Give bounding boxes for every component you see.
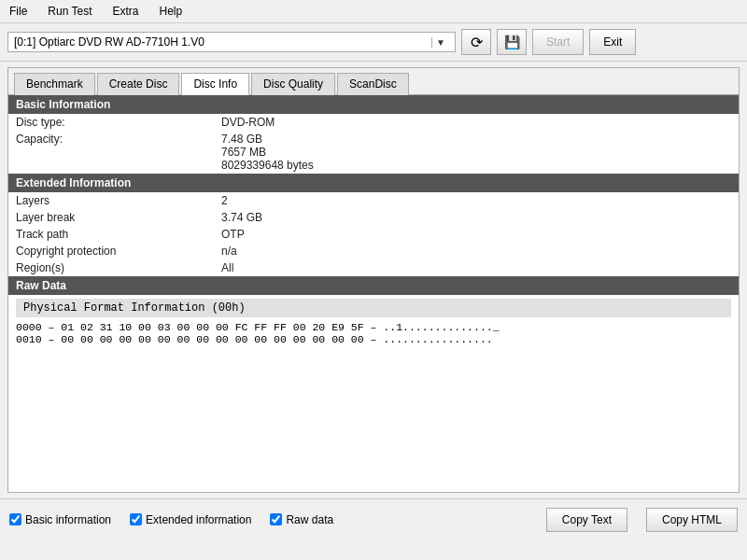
tab-benchmark[interactable]: Benchmark <box>14 73 95 95</box>
extended-info-checkbox[interactable] <box>130 513 142 525</box>
save-icon: 💾 <box>504 35 520 49</box>
tab-disc-info[interactable]: Disc Info <box>181 73 249 95</box>
disc-type-value: DVD-ROM <box>221 116 275 129</box>
raw-data-checkbox-text: Raw data <box>286 513 333 526</box>
layers-value: 2 <box>221 194 228 207</box>
extended-info-checkbox-text: Extended information <box>146 513 251 526</box>
toolbar: [0:1] Optiarc DVD RW AD-7710H 1.V0 ▼ ⟳ 💾… <box>0 23 747 62</box>
chevron-down-icon: ▼ <box>431 37 449 48</box>
tab-disc-quality[interactable]: Disc Quality <box>251 73 335 95</box>
track-path-value: OTP <box>221 228 245 241</box>
tab-create-disc[interactable]: Create Disc <box>97 73 180 95</box>
start-button[interactable]: Start <box>532 29 584 55</box>
capacity-values: 7.48 GB 7657 MB 8029339648 bytes <box>221 133 314 172</box>
disc-type-label: Disc type: <box>16 116 221 129</box>
copy-text-button[interactable]: Copy Text <box>546 508 627 532</box>
raw-data-checkbox-label[interactable]: Raw data <box>270 513 333 526</box>
copy-html-button[interactable]: Copy HTML <box>646 508 738 532</box>
basic-info-header: Basic Information <box>8 95 739 114</box>
raw-data-content: Physical Format Information (00h) 0000 –… <box>8 295 739 349</box>
exit-button[interactable]: Exit <box>589 29 636 55</box>
raw-data-header: Raw Data <box>8 276 739 295</box>
regions-row: Region(s) All <box>8 259 739 276</box>
menubar: File Run Test Extra Help <box>0 0 747 23</box>
extended-info-checkbox-label[interactable]: Extended information <box>130 513 251 526</box>
capacity-label: Capacity: <box>16 133 221 146</box>
copyright-label: Copyright protection <box>16 245 221 258</box>
physical-format-label: Physical Format Information (00h) <box>16 299 731 317</box>
track-path-row: Track path OTP <box>8 226 739 243</box>
tab-scan-disc[interactable]: ScanDisc <box>337 73 409 95</box>
hex-line-1: 0000 – 01 02 31 10 00 03 00 00 00 FC FF … <box>16 321 731 333</box>
menu-file[interactable]: File <box>4 3 33 20</box>
capacity-gb: 7.48 GB <box>221 133 314 146</box>
disc-type-row: Disc type: DVD-ROM <box>8 114 739 131</box>
refresh-icon: ⟳ <box>471 34 483 51</box>
drive-selector[interactable]: [0:1] Optiarc DVD RW AD-7710H 1.V0 ▼ <box>7 32 456 52</box>
main-content: Benchmark Create Disc Disc Info Disc Qua… <box>7 67 740 493</box>
extended-info-header: Extended Information <box>8 174 739 192</box>
refresh-button[interactable]: ⟳ <box>461 29 491 55</box>
menu-help[interactable]: Help <box>154 3 189 20</box>
copyright-row: Copyright protection n/a <box>8 243 739 259</box>
raw-data-checkbox[interactable] <box>270 513 282 525</box>
track-path-label: Track path <box>16 228 221 241</box>
capacity-row: Capacity: 7.48 GB 7657 MB 8029339648 byt… <box>8 131 739 174</box>
capacity-mb: 7657 MB <box>221 146 314 159</box>
save-button[interactable]: 💾 <box>497 29 527 55</box>
drive-label: [0:1] Optiarc DVD RW AD-7710H 1.V0 <box>14 35 428 49</box>
copyright-value: n/a <box>221 245 237 258</box>
menu-extra[interactable]: Extra <box>106 3 144 20</box>
tab-bar: Benchmark Create Disc Disc Info Disc Qua… <box>8 68 739 95</box>
bottom-bar: Basic information Extended information R… <box>0 498 747 539</box>
regions-value: All <box>221 261 233 274</box>
layer-break-row: Layer break 3.74 GB <box>8 209 739 226</box>
basic-info-checkbox-label[interactable]: Basic information <box>9 513 111 526</box>
layer-break-value: 3.74 GB <box>221 211 262 224</box>
regions-label: Region(s) <box>16 261 221 274</box>
basic-info-checkbox-text: Basic information <box>25 513 111 526</box>
basic-info-checkbox[interactable] <box>9 513 21 525</box>
menu-run-test[interactable]: Run Test <box>42 3 97 20</box>
info-panel: Basic Information Disc type: DVD-ROM Cap… <box>8 95 739 492</box>
hex-line-2: 0010 – 00 00 00 00 00 00 00 00 00 00 00 … <box>16 333 731 345</box>
layers-row: Layers 2 <box>8 192 739 209</box>
capacity-bytes: 8029339648 bytes <box>221 159 314 172</box>
layer-break-label: Layer break <box>16 211 221 224</box>
layers-label: Layers <box>16 194 221 207</box>
